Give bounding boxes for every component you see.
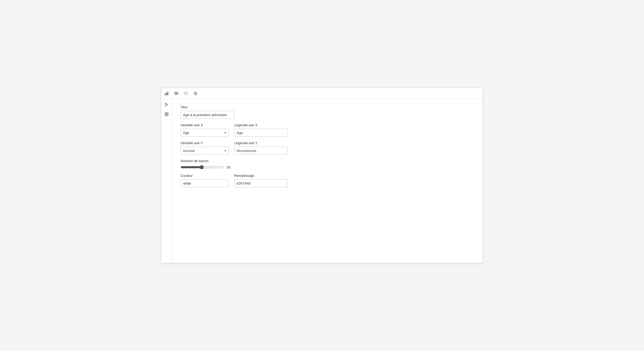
- app-window: {}: [161, 88, 483, 263]
- variable-y-group: Variable axe Y Aucune Autre ▼: [181, 141, 229, 155]
- bars-group: Nombre de barres 50: [181, 159, 474, 169]
- variable-x-group: Variable axe X Age Autre ▼: [181, 123, 229, 137]
- variable-x-select[interactable]: Age Autre: [181, 129, 229, 137]
- title-label: Titre: [181, 105, 474, 109]
- svg-point-6: [195, 93, 196, 94]
- bar-chart-icon[interactable]: [164, 91, 169, 96]
- bars-slider-row: 50: [181, 165, 474, 169]
- variable-y-select[interactable]: Aucune Autre: [181, 147, 229, 155]
- title-field-group: Titre: [181, 105, 474, 119]
- bars-label: Nombre de barres: [181, 159, 474, 163]
- svg-rect-2: [167, 92, 168, 95]
- svg-rect-3: [174, 92, 178, 93]
- color-group: Couleur: [181, 174, 229, 187]
- x-axis-row: Variable axe X Age Autre ▼ Légende axe X: [181, 123, 474, 137]
- list-icon[interactable]: [174, 91, 179, 96]
- bars-value: 50: [227, 165, 235, 169]
- form-section: Titre Variable axe X Age Autre ▼: [181, 105, 474, 187]
- svg-rect-7: [165, 113, 168, 116]
- sidebar: [161, 99, 172, 263]
- svg-rect-4: [174, 93, 178, 94]
- svg-rect-5: [174, 94, 178, 95]
- main-content: Titre Variable axe X Age Autre ▼: [161, 99, 483, 263]
- legend-y-input[interactable]: [234, 147, 288, 155]
- legend-x-input[interactable]: [234, 129, 288, 137]
- fill-label: Remplissage: [234, 174, 288, 178]
- table-icon[interactable]: [163, 110, 170, 118]
- y-axis-row: Variable axe Y Aucune Autre ▼ Légende ax…: [181, 141, 474, 155]
- legend-x-group: Légende axe X: [234, 123, 288, 137]
- title-input[interactable]: [181, 111, 234, 119]
- color-input[interactable]: [181, 179, 229, 187]
- fill-group: Remplissage: [234, 174, 288, 187]
- legend-y-label: Légende axe Y: [234, 141, 288, 145]
- svg-rect-0: [165, 94, 166, 95]
- color-label: Couleur: [181, 174, 229, 178]
- variable-x-wrapper: Age Autre ▼: [181, 129, 229, 137]
- variable-y-label: Variable axe Y: [181, 141, 229, 145]
- color-row: Couleur Remplissage: [181, 174, 474, 187]
- variable-x-label: Variable axe X: [181, 123, 229, 127]
- bars-slider[interactable]: [181, 165, 223, 169]
- toolbar: {}: [161, 88, 483, 99]
- settings-icon[interactable]: [193, 91, 198, 96]
- legend-y-group: Légende axe Y: [234, 141, 288, 155]
- variable-y-wrapper: Aucune Autre ▼: [181, 147, 229, 155]
- code-icon[interactable]: {}: [183, 91, 189, 96]
- settings-panel: Titre Variable axe X Age Autre ▼: [172, 99, 483, 263]
- fill-input[interactable]: [234, 179, 288, 187]
- svg-rect-1: [166, 93, 167, 95]
- play-icon[interactable]: [163, 101, 170, 108]
- legend-x-label: Légende axe X: [234, 123, 288, 127]
